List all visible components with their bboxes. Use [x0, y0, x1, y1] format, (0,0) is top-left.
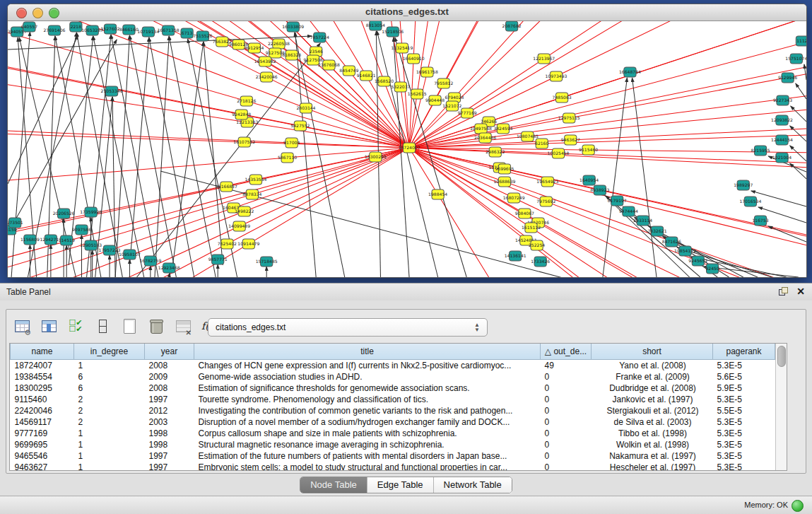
table-panel-titlebar[interactable]: Table Panel ✕ — [0, 284, 812, 300]
graph-node[interactable]: 12923468 — [158, 263, 180, 273]
vertical-scrollbar[interactable] — [775, 344, 787, 470]
graph-node[interactable]: 973501 — [8, 218, 23, 228]
graph-node[interactable]: 9129946 — [778, 73, 797, 83]
graph-node[interactable]: 14353554 — [245, 175, 267, 185]
graph-node[interactable]: 9474444 — [619, 206, 638, 216]
graph-node[interactable]: 1562615 — [408, 89, 427, 99]
graph-node[interactable]: 21053346 — [101, 86, 123, 96]
tab-edge-table[interactable]: Edge Table — [367, 477, 434, 493]
graph-node[interactable]: 6713 — [181, 28, 193, 38]
graph-node[interactable]: 8186328 — [282, 50, 301, 60]
graph-node[interactable]: 14136141 — [505, 251, 526, 261]
table-row[interactable]: 1872400712008Changes of HCN gene express… — [11, 360, 775, 372]
graph-node[interactable]: 8215955 — [751, 146, 770, 156]
graph-node[interactable]: 2218 — [70, 22, 82, 32]
graph-node[interactable]: 1988454 — [428, 189, 447, 199]
graph-node[interactable]: 16640910 — [403, 54, 425, 64]
table-row[interactable]: 969969511998Structural magnetic resonanc… — [11, 439, 775, 450]
graph-node[interactable]: 10497568 — [470, 124, 492, 134]
graph-node[interactable]: 9097586 — [72, 225, 91, 235]
graph-node[interactable]: 9463627 — [561, 135, 580, 145]
table-row[interactable]: 1456911722003Disruption of a novel membe… — [11, 416, 775, 428]
graph-node[interactable]: 1021004 — [772, 153, 792, 163]
network-canvas[interactable]: 1872400739405576405572769140622181065328… — [8, 21, 806, 277]
show-column-icon[interactable] — [39, 316, 59, 336]
graph-node[interactable]: 12975115 — [558, 113, 580, 123]
graph-node[interactable]: 15718485 — [256, 257, 278, 267]
graph-node[interactable]: 7515526 — [193, 31, 212, 41]
graph-node[interactable]: 9115460 — [579, 145, 598, 155]
graph-node[interactable]: 1112 — [796, 36, 806, 46]
graph-node[interactable]: 12213967 — [533, 54, 555, 64]
table-row[interactable]: 911546021997Tourette syndrome. Phenomeno… — [11, 394, 775, 405]
graph-node[interactable]: 10914479 — [237, 239, 259, 249]
graph-node[interactable]: 9227343 — [773, 95, 792, 105]
graph-node[interactable]: 1156809 — [20, 235, 40, 245]
graph-node[interactable]: 10025458 — [548, 148, 570, 158]
graph-node[interactable]: 22260538 — [268, 39, 290, 49]
column-header-year[interactable]: year — [145, 344, 194, 360]
graph-node[interactable]: 1615112 — [522, 223, 541, 233]
graph-node[interactable]: 10719134 — [137, 27, 159, 37]
table-row[interactable]: 2242004622012Investigating the contribut… — [11, 405, 775, 416]
row-merge-icon[interactable] — [93, 316, 112, 336]
graph-node[interactable]: 16033809 — [282, 22, 304, 32]
graph-node[interactable]: 12093822 — [771, 115, 793, 125]
graph-node[interactable]: 252254 — [529, 240, 545, 250]
graph-node[interactable]: 92450 — [705, 264, 719, 274]
graph-node[interactable]: 5322037 — [391, 82, 410, 92]
graph-node[interactable]: 3824594 — [493, 124, 512, 134]
graph-node[interactable]: 18300295 — [365, 152, 387, 162]
column-header-name[interactable]: name — [11, 344, 74, 360]
graph-node[interactable]: 17957223 — [99, 245, 121, 255]
graph-node[interactable]: 7975692 — [536, 197, 555, 206]
graph-node[interactable]: 9245652 — [688, 256, 707, 266]
float-panel-icon[interactable] — [779, 287, 788, 296]
graph-node[interactable]: 10958107 — [119, 250, 141, 259]
memory-ok-icon[interactable] — [792, 500, 804, 512]
graph-node[interactable]: 640557 — [21, 22, 37, 32]
table-row[interactable]: 1830029562008Estimation of significance … — [11, 382, 775, 394]
close-panel-icon[interactable]: ✕ — [796, 286, 805, 296]
column-header-title[interactable]: title — [194, 344, 541, 360]
graph-node[interactable]: 8454749 — [339, 66, 358, 76]
graph-node[interactable]: 7857224 — [310, 33, 329, 42]
graph-node[interactable]: 8466160 — [119, 25, 139, 35]
graph-node[interactable]: 20206526 — [53, 209, 75, 218]
graph-node[interactable]: 1640954 — [579, 175, 599, 185]
delete-icon[interactable] — [146, 316, 166, 336]
graph-node[interactable]: 2803144 — [296, 103, 315, 113]
graph-node[interactable]: 1989297 — [734, 180, 753, 190]
graph-node[interactable]: 2087682 — [502, 21, 522, 31]
graph-node[interactable]: 114519 — [59, 235, 75, 245]
graph-node[interactable]: 16782759 — [139, 256, 161, 266]
table-row[interactable]: 946362711997Embryonic stem cells: a mode… — [11, 462, 775, 470]
new-file-icon[interactable] — [119, 316, 139, 336]
graph-node[interactable]: 6179197 — [608, 196, 627, 206]
graph-node[interactable]: 10807485 — [517, 132, 539, 141]
graph-node[interactable]: 16671358 — [158, 25, 180, 35]
graph-node[interactable]: 7955812 — [434, 78, 453, 88]
graph-node[interactable]: 8938923 — [590, 185, 609, 195]
scrollbar-thumb[interactable] — [777, 346, 786, 367]
tab-node-table[interactable]: Node Table — [300, 477, 367, 493]
table-header-row[interactable]: namein_degreeyeartitle△ out_de...shortpa… — [11, 344, 775, 360]
graph-node[interactable]: 15218506 — [382, 27, 404, 37]
graph-node[interactable]: 8912954 — [245, 43, 264, 53]
graph-node[interactable]: 62160 — [535, 139, 548, 148]
column-header-out_de[interactable]: △ out_de... — [541, 344, 592, 360]
graph-node[interactable]: 2718126 — [237, 96, 256, 106]
graph-node[interactable]: 9857771 — [208, 255, 228, 264]
graph-node[interactable]: 1521072 — [442, 101, 461, 111]
graph-node[interactable]: 2986322 — [486, 147, 505, 157]
tab-network-table[interactable]: Network Table — [434, 477, 512, 493]
graph-node[interactable]: 1733426 — [531, 257, 550, 267]
table-row[interactable]: 977716911998Corpus callosum shape and si… — [11, 428, 775, 439]
graph-node[interactable]: 12444154 — [771, 135, 793, 145]
select-rows-icon[interactable]: ☐✔☐✔ — [66, 316, 86, 336]
graph-node[interactable]: 5867110 — [278, 153, 297, 163]
graph-node[interactable]: 9146821 — [357, 71, 376, 81]
graph-node[interactable]: 9904448 — [425, 95, 445, 105]
table-row[interactable]: 1938455462009Genome-wide association stu… — [11, 371, 775, 382]
graph-node[interactable]: 1498222 — [235, 206, 254, 216]
